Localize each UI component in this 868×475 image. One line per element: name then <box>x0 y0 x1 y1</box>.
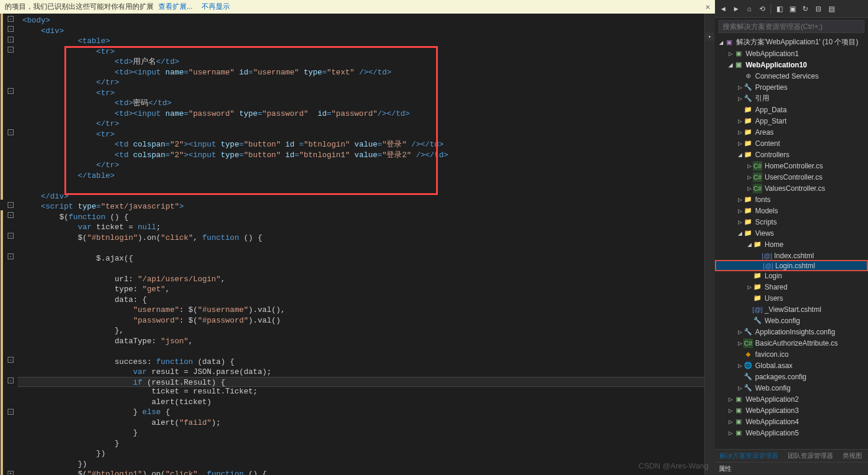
code-line[interactable]: success: function (data) { <box>18 357 704 367</box>
fold-toggle[interactable]: - <box>8 129 14 135</box>
sync-icon[interactable]: ⟲ <box>758 4 767 14</box>
code-line[interactable]: ticket = result.Ticket; <box>18 386 704 397</box>
tree-item-webapplication2[interactable]: ▷▣WebApplication2 <box>715 393 868 405</box>
tree-item-basicauthorizeattribute-cs[interactable]: ▷C#BasicAuthorizeAttribute.cs <box>715 337 868 349</box>
fold-toggle[interactable]: + <box>8 471 14 475</box>
show-all-icon[interactable]: ▣ <box>788 4 797 14</box>
tree-item-userscontroller-cs[interactable]: ▷C#UsersController.cs <box>715 171 868 183</box>
code-line[interactable]: </div> <box>18 191 704 202</box>
expand-arrow[interactable]: ▷ <box>736 197 743 203</box>
tree-item-connected-services[interactable]: ⊕Connected Services <box>715 70 868 82</box>
expand-arrow[interactable]: ▷ <box>746 186 753 191</box>
view-extensions-link[interactable]: 查看扩展... <box>158 2 193 11</box>
code-line[interactable]: var result = JSON.parse(data); <box>18 367 704 378</box>
fold-toggle[interactable]: - <box>8 233 14 239</box>
expand-arrow[interactable]: ▷ <box>746 163 753 169</box>
tab-class-view[interactable]: 类视图 <box>838 451 867 460</box>
expand-arrow[interactable]: ▷ <box>736 219 743 225</box>
code-line[interactable]: }) <box>18 448 704 459</box>
code-line[interactable]: <tr> <box>18 129 704 140</box>
code-line[interactable] <box>18 243 704 253</box>
fold-toggle[interactable]: - <box>8 378 14 383</box>
code-line[interactable]: <td>用户名</td> <box>18 57 704 67</box>
code-line[interactable]: $.ajax({ <box>18 253 704 264</box>
properties-icon[interactable]: ▤ <box>827 4 836 14</box>
tree-item-favicon-ico[interactable]: ◆favicon.ico <box>715 349 868 360</box>
code-line[interactable]: <td>密码</td> <box>18 98 704 109</box>
code-line[interactable]: } <box>18 438 704 449</box>
code-line[interactable]: <body> <box>18 15 704 26</box>
fold-toggle[interactable]: - <box>8 26 14 32</box>
code-line[interactable]: </tr> <box>18 77 704 88</box>
tree-item-fonts[interactable]: ▷📁fonts <box>715 194 868 205</box>
expand-arrow[interactable]: ◢ <box>746 242 753 248</box>
fold-toggle[interactable]: - <box>8 202 14 208</box>
tree-item-homecontroller-cs[interactable]: ▷C#HomeController.cs <box>715 160 868 171</box>
tab-solution-explorer[interactable]: 解决方案资源管理器 <box>715 451 783 460</box>
code-line[interactable]: <script type="text/javascript"> <box>18 201 704 212</box>
tree-item-controllers[interactable]: ◢📁Controllers <box>715 149 868 160</box>
fold-toggle[interactable]: - <box>8 212 14 218</box>
tree-item-global-asax[interactable]: ▷🌐Global.asax <box>715 360 868 371</box>
code-line[interactable]: url: "/api/users/Login", <box>18 274 704 285</box>
tree-item-packages-config[interactable]: 🔧packages.config <box>715 371 868 382</box>
tab-team-explorer[interactable]: 团队资源管理器 <box>783 451 838 460</box>
tree-item-webapplication10[interactable]: ◢▣WebApplication10 <box>715 59 868 70</box>
code-line[interactable]: </tr> <box>18 119 704 129</box>
expand-arrow[interactable]: ▷ <box>727 419 734 425</box>
expand-arrow[interactable]: ▷ <box>746 284 753 290</box>
code-line[interactable]: <tr> <box>18 88 704 99</box>
code-line[interactable]: dataType: "json", <box>18 336 704 347</box>
expand-arrow[interactable]: ◢ <box>727 62 734 68</box>
back-icon[interactable]: ◄ <box>719 4 728 14</box>
fold-toggle[interactable]: - <box>8 357 14 363</box>
expand-arrow[interactable]: ▷ <box>736 118 743 124</box>
expand-arrow[interactable]: ▷ <box>736 208 743 214</box>
notification-close-icon[interactable]: × <box>706 2 710 12</box>
pending-icon[interactable]: ◧ <box>775 4 784 14</box>
expand-arrow[interactable]: ▷ <box>736 385 743 391</box>
tree-item-shared[interactable]: ▷📁Shared <box>715 281 868 292</box>
tree-item-webapplication3[interactable]: ▷▣WebApplication3 <box>715 405 868 416</box>
tree-item-content[interactable]: ▷📁Content <box>715 138 868 149</box>
tree-item-web-config[interactable]: ▷🔧Web.config <box>715 382 868 393</box>
tree-item-scripts[interactable]: ▷📁Scripts <box>715 216 868 227</box>
tree-item-app-start[interactable]: ▷📁App_Start <box>715 115 868 126</box>
fold-toggle[interactable]: - <box>8 16 14 22</box>
tree-item-web-config[interactable]: 🔧Web.config <box>715 315 868 326</box>
expand-arrow[interactable]: ▷ <box>736 363 743 369</box>
code-line[interactable]: alert(ticket) <box>18 397 704 408</box>
solution-node[interactable]: ◢ ▣ 解决方案'WebApplication1' (10 个项目) <box>715 37 868 48</box>
code-line[interactable]: if (result.Result) { <box>18 377 704 388</box>
code-line[interactable]: var ticket = null; <box>18 222 704 233</box>
code-line[interactable]: "password": $("#password").val() <box>18 315 704 326</box>
fold-toggle[interactable]: - <box>8 37 14 43</box>
code-line[interactable]: }) <box>18 459 704 470</box>
code-line[interactable] <box>18 263 704 274</box>
tree-item-areas[interactable]: ▷📁Areas <box>715 126 868 138</box>
code-line[interactable] <box>18 181 704 191</box>
tree-item-users[interactable]: 📁Users <box>715 292 868 304</box>
tree-item-app-data[interactable]: 📁App_Data <box>715 104 868 115</box>
expand-arrow[interactable]: ▷ <box>727 430 734 436</box>
tree-item---[interactable]: ▷🔧引用 <box>715 93 868 104</box>
split-dropdown-icon[interactable]: ▾ <box>706 32 714 41</box>
code-line[interactable]: data: { <box>18 295 704 305</box>
expand-arrow[interactable]: ▷ <box>736 129 743 135</box>
code-line[interactable]: <tr> <box>18 47 704 57</box>
code-line[interactable]: "username": $("#username").val(), <box>18 305 704 315</box>
code-line[interactable]: <td colspan="2"><input type="button" id … <box>18 139 704 150</box>
vertical-scrollbar[interactable] <box>704 14 715 475</box>
code-line[interactable]: } else { <box>18 407 704 418</box>
tree-item-applicationinsights-config[interactable]: ▷🔧ApplicationInsights.config <box>715 326 868 337</box>
code-line[interactable]: }, <box>18 326 704 336</box>
tree-item-models[interactable]: ▷📁Models <box>715 205 868 216</box>
refresh-icon[interactable]: ↻ <box>801 4 810 14</box>
expand-arrow[interactable]: ▷ <box>736 141 743 147</box>
tree-item-login-cshtml[interactable]: [@]Login.cshtml <box>715 260 868 271</box>
code-line[interactable]: $(function () { <box>18 212 704 223</box>
collapse-icon[interactable]: ⊟ <box>814 4 823 14</box>
tree-item-webapplication1[interactable]: ▷▣WebApplication1 <box>715 48 868 59</box>
expand-arrow[interactable]: ◢ <box>736 230 743 236</box>
code-editor[interactable]: <body> <div> <table> <tr> <td>用户名</td> <… <box>18 14 704 475</box>
